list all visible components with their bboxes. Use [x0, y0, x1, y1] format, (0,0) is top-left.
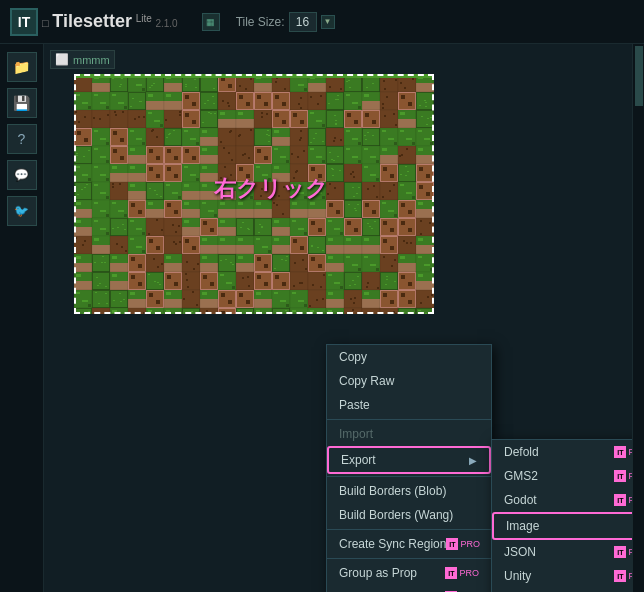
ctx-create-sync[interactable]: Create Sync Region IT PRO	[327, 532, 491, 556]
sub-json[interactable]: JSON IT PRO	[492, 540, 632, 564]
tile-size-dropdown[interactable]: ▼	[321, 15, 335, 29]
group-prop-pro: IT PRO	[445, 567, 479, 579]
ctx-copy[interactable]: Copy	[327, 345, 491, 369]
file-tab[interactable]: ⬜ mmmm	[50, 50, 115, 69]
vertical-scrollbar[interactable]	[632, 44, 644, 592]
file-name-label: mmmm	[73, 54, 110, 66]
ctx-sep1	[327, 419, 491, 420]
tileset-selection-border	[74, 74, 434, 314]
ctx-set-proxy[interactable]: Set Proxy IT PRO	[327, 585, 491, 592]
tile-size-input[interactable]: 16	[289, 12, 317, 32]
sidebar-help-btn[interactable]: ?	[7, 124, 37, 154]
tile-size-control: ▦ Tile Size: 16 ▼	[202, 12, 335, 32]
gms2-pro: IT PRO	[614, 470, 632, 482]
sub-godot[interactable]: Godot IT PRO	[492, 488, 632, 512]
ctx-paste[interactable]: Paste	[327, 393, 491, 417]
ctx-sep3	[327, 529, 491, 530]
ctx-import: Import	[327, 422, 491, 446]
lite-badge: Lite	[136, 13, 152, 24]
app-title: Tilesetter	[52, 11, 132, 31]
create-sync-pro: IT PRO	[446, 538, 480, 550]
ctx-build-wang[interactable]: Build Borders (Wang)	[327, 503, 491, 527]
ctx-sep2	[327, 476, 491, 477]
sub-add-format[interactable]: Add Export Format IT PRO	[492, 588, 632, 592]
logo-area: □ Tilesetter Lite 2.1.0	[42, 11, 178, 32]
tileset-container[interactable]	[74, 74, 434, 314]
sub-gms2[interactable]: GMS2 IT PRO	[492, 464, 632, 488]
export-arrow: ▶	[469, 455, 477, 466]
file-icon: ⬜	[55, 53, 69, 66]
ctx-copy-raw[interactable]: Copy Raw	[327, 369, 491, 393]
logo-icon: IT	[10, 8, 38, 36]
app-version: 2.1.0	[155, 18, 177, 29]
export-submenu: Defold IT PRO GMS2 IT PRO Godot IT PRO I…	[491, 439, 632, 592]
sidebar-folder-btn[interactable]: 📁	[7, 52, 37, 82]
sub-defold[interactable]: Defold IT PRO	[492, 440, 632, 464]
canvas-area: ⬜ mmmm 右クリック Copy Copy Raw Paste Import …	[44, 44, 632, 592]
tile-size-label: Tile Size:	[236, 15, 285, 29]
sidebar: 📁 💾 ? 💬 🐦	[0, 44, 44, 592]
tile-icon: ▦	[202, 13, 220, 31]
app-logo: IT □ Tilesetter Lite 2.1.0	[10, 8, 178, 36]
unity-pro: IT PRO	[614, 570, 632, 582]
context-menu: Copy Copy Raw Paste Import Export ▶ Buil…	[326, 344, 492, 592]
json-pro: IT PRO	[614, 546, 632, 558]
sidebar-save-btn[interactable]: 💾	[7, 88, 37, 118]
sidebar-twitter-btn[interactable]: 🐦	[7, 196, 37, 226]
sub-image[interactable]: Image	[492, 512, 632, 540]
topbar: IT □ Tilesetter Lite 2.1.0 ▦ Tile Size: …	[0, 0, 644, 44]
ctx-sep4	[327, 558, 491, 559]
sub-unity[interactable]: Unity IT PRO	[492, 564, 632, 588]
godot-pro: IT PRO	[614, 494, 632, 506]
defold-pro: IT PRO	[614, 446, 632, 458]
ctx-build-blob[interactable]: Build Borders (Blob)	[327, 479, 491, 503]
sidebar-discord-btn[interactable]: 💬	[7, 160, 37, 190]
ctx-export[interactable]: Export ▶	[327, 446, 491, 474]
ctx-group-prop[interactable]: Group as Prop IT PRO	[327, 561, 491, 585]
scroll-thumb[interactable]	[635, 46, 643, 106]
file-name-area: ⬜ mmmm	[50, 50, 115, 71]
